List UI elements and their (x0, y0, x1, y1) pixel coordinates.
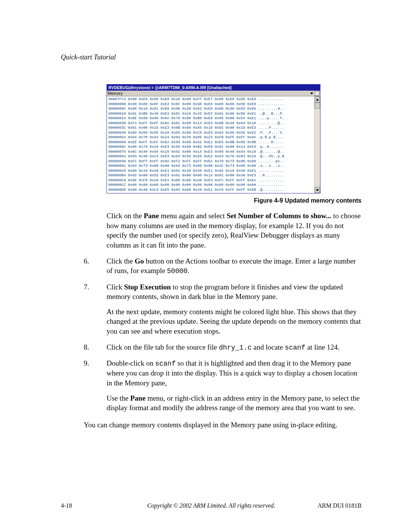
scroll-thumb (315, 102, 320, 109)
dropdown-icon (310, 93, 313, 94)
symbol-name: scanf (155, 360, 176, 367)
go-button-ref: Go (135, 257, 144, 265)
memory-window-title: RVDEBUG(dhrystone) = @ARM7TDMI_0:ARM-A-R… (107, 85, 320, 91)
memory-window-toolbar: Memory (107, 91, 320, 96)
step-number: 8. (84, 342, 107, 352)
paragraph-after-figure: Click on the Pane menu again and select … (107, 211, 362, 250)
step-number: 7. (84, 282, 107, 336)
pane-menu-ref: Pane (130, 394, 145, 402)
memory-toolbar-label: Memory (108, 91, 123, 96)
scroll-down-icon (315, 187, 320, 193)
symbol-name: scanf (285, 344, 305, 351)
text: button on the Actions toolbar to execute… (107, 257, 356, 275)
set-columns-ref: Set Number of Columns to show... (227, 212, 331, 220)
step-9: 9. Double-click on scanf so that it is h… (84, 358, 362, 413)
step-number: 9. (84, 358, 107, 413)
step-8: 8. Click on the file tab for the source … (84, 342, 362, 352)
pane-menu-ref: Pane (144, 212, 159, 220)
text: at line 124. (305, 343, 339, 351)
step-7: 7. Click Stop Execution to stop the prog… (84, 282, 362, 336)
closing-paragraph: You can change memory contents displayed… (84, 420, 362, 430)
text: Click on the (107, 212, 144, 220)
figure-caption: Figure 4-9 Updated memory contents (61, 197, 362, 204)
scrollbar-vertical (314, 96, 320, 193)
page-footer: 4-18 Copyright © 2002 ARM Limited. All r… (61, 502, 362, 509)
text: and locate (252, 343, 285, 351)
text: menu again and select (159, 212, 227, 220)
memory-window: RVDEBUG(dhrystone) = @ARM7TDMI_0:ARM-A-R… (107, 84, 320, 193)
steps-list: 6. Click the Go button on the Actions to… (84, 256, 362, 413)
footer-copyright: Copyright © 2002 ARM Limited. All rights… (114, 502, 308, 509)
stop-execution-ref: Stop Execution (124, 283, 171, 291)
text: . (188, 267, 190, 275)
window-control-icon (315, 91, 319, 96)
text: At the next update, memory contents migh… (107, 307, 362, 336)
figure-memory-window: RVDEBUG(dhrystone) = @ARM7TDMI_0:ARM-A-R… (107, 84, 362, 193)
scroll-up-icon (315, 96, 320, 102)
text: Use the (107, 394, 130, 402)
hex-dump: 00007FF4 0x00 0xE8 0x00 0xE8 0x10 0x00 0… (107, 96, 314, 193)
text: Click (107, 283, 124, 291)
file-name: dhry_1.c (219, 344, 252, 351)
footer-page-number: 4-18 (61, 502, 114, 509)
step-6: 6. Click the Go button on the Actions to… (84, 256, 362, 276)
text: Click on the file tab for the source fil… (107, 343, 219, 351)
running-head: Quick-start Tutorial (61, 53, 362, 61)
text: Double-click on (107, 359, 155, 367)
step-number: 6. (84, 256, 107, 276)
text: Click the (107, 257, 135, 265)
footer-doc-id: ARM DUI 0181B (308, 502, 362, 509)
runs-value: 50000 (167, 267, 188, 275)
